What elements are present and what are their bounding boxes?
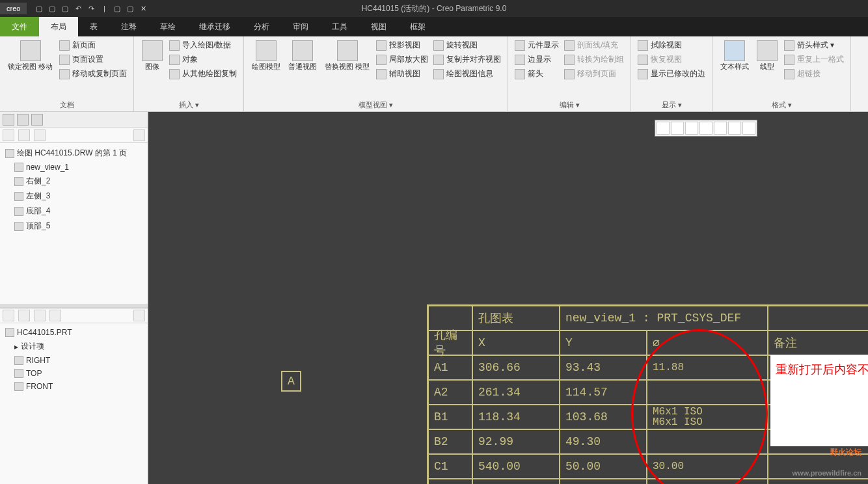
tree-item-newview1[interactable]: new_view_1 <box>3 161 145 174</box>
zoom-fit-icon[interactable] <box>657 122 670 135</box>
new-page-button[interactable]: 新页面 <box>58 39 128 51</box>
tab-view[interactable]: 视图 <box>359 17 398 36</box>
mtree-icon-3[interactable] <box>34 310 46 321</box>
th: new_view_1 : PRT_CSYS_DEF <box>560 306 768 330</box>
tree-item-bottom4[interactable]: 底部_4 <box>3 204 145 219</box>
group-label-format: 格式 ▾ <box>718 99 845 110</box>
zoom-out-icon[interactable] <box>685 122 698 135</box>
group-label-insert: 插入 ▾ <box>139 99 238 110</box>
tab-review[interactable]: 审阅 <box>281 17 320 36</box>
sidebar-tab-3[interactable] <box>31 114 43 126</box>
model-tree: HC441015.PRT ▸ 设计项 RIGHT TOP FRONT <box>0 323 148 484</box>
aux-view-button[interactable]: 辅助视图 <box>375 68 429 80</box>
tab-layout[interactable]: 布局 <box>39 17 78 36</box>
watermark: 野火论坛 www.proewildfire.cn <box>792 438 861 480</box>
th: 孔图表 <box>472 306 560 330</box>
replace-view-model-button[interactable]: 替换视图 模型 <box>322 39 372 72</box>
tab-table[interactable]: 表 <box>78 17 109 36</box>
tree-item-left3[interactable]: 左侧_3 <box>3 189 145 204</box>
tree-item-right2[interactable]: 右侧_2 <box>3 174 145 189</box>
component-display-button[interactable]: 元件显示 <box>513 39 560 51</box>
th: 备注 <box>768 330 868 355</box>
group-label-doc: 文档 <box>5 99 128 110</box>
open-icon[interactable]: ▢ <box>46 3 58 14</box>
general-view-button[interactable]: 普通视图 <box>286 39 319 72</box>
undo-icon[interactable]: ↶ <box>72 3 84 14</box>
menubar: 文件 布局 表 注释 草绘 继承迁移 分析 审阅 工具 视图 框架 <box>0 17 868 36</box>
arrow-style-button[interactable]: 箭头样式 ▾ <box>783 39 845 51</box>
copy-from-drawing-button[interactable]: 从其他绘图复制 <box>168 68 238 80</box>
copy-align-view-button[interactable]: 复制并对齐视图 <box>432 53 502 66</box>
mtree-icon-4[interactable] <box>49 310 61 321</box>
view-info-button[interactable]: 绘图视图信息 <box>432 68 502 80</box>
move-copy-page-button[interactable]: 移动或复制页面 <box>58 68 128 80</box>
mtree-settings-icon[interactable] <box>133 310 145 321</box>
tree-item-top5[interactable]: 顶部_5 <box>3 219 145 234</box>
tree-item-right[interactable]: RIGHT <box>3 354 145 367</box>
quick-access-toolbar: ▢ ▢ ▢ ↶ ↷ | ▢ ▢ ✕ <box>29 3 153 14</box>
show-modified-edges-button[interactable]: 显示已修改的边 <box>636 68 707 80</box>
regen-icon[interactable]: ▢ <box>111 3 123 14</box>
tree-item-design[interactable]: ▸ 设计项 <box>3 339 145 354</box>
repaint-icon[interactable] <box>714 122 727 135</box>
tree-collapse-icon[interactable] <box>18 129 30 141</box>
edge-display-button[interactable]: 边显示 <box>513 53 560 66</box>
image-button[interactable]: 图像 <box>139 39 165 72</box>
lock-view-move-button[interactable]: 锁定视图 移动 <box>5 39 55 72</box>
style-icon[interactable] <box>728 122 741 135</box>
page-setup-button[interactable]: 页面设置 <box>58 53 128 66</box>
tree-filter-icon[interactable] <box>34 129 46 141</box>
arrow-button[interactable]: 箭头 <box>513 68 560 80</box>
tree-root-drawing[interactable]: 绘图 HC441015.DRW 的第 1 页 <box>3 146 145 161</box>
drawing-tree: 绘图 HC441015.DRW 的第 1 页 new_view_1 右侧_2 左… <box>0 143 148 304</box>
tab-inherit[interactable]: 继承迁移 <box>187 17 242 36</box>
app-logo: creo <box>0 3 27 14</box>
text-style-button[interactable]: 文本样式 <box>718 39 752 72</box>
th: 孔编号 <box>428 330 472 355</box>
annotation-text: 重新打开后内容不对 <box>770 355 868 446</box>
rotate-view-button[interactable]: 旋转视图 <box>432 39 502 51</box>
redo-icon[interactable]: ↷ <box>85 3 97 14</box>
object-button[interactable]: 对象 <box>168 53 238 66</box>
mtree-icon-2[interactable] <box>18 310 30 321</box>
erase-view-button[interactable]: 拭除视图 <box>636 39 707 51</box>
zoom-in-icon[interactable] <box>671 122 684 135</box>
pan-icon[interactable] <box>699 122 712 135</box>
projection-view-button[interactable]: 投影视图 <box>375 39 429 51</box>
close-icon[interactable]: ✕ <box>137 3 149 14</box>
tab-frame[interactable]: 框架 <box>398 17 437 36</box>
th <box>768 306 868 330</box>
tree-settings-icon[interactable] <box>133 129 145 141</box>
model-tree-toolbar <box>0 308 148 323</box>
view-toolbar <box>655 120 757 137</box>
line-style-button[interactable]: 线型 <box>754 39 780 72</box>
import-drawing-button[interactable]: 导入绘图/数据 <box>168 39 238 51</box>
tree-expand-icon[interactable] <box>3 129 14 141</box>
detail-view-button[interactable]: 局部放大图 <box>375 53 429 66</box>
tree-item-front[interactable]: FRONT <box>3 380 145 393</box>
view-label-a[interactable]: A <box>281 371 301 392</box>
file-menu[interactable]: 文件 <box>0 17 39 36</box>
drawing-canvas[interactable]: A 孔图表new_view_1 : PRT_CSYS_DEF孔编号XY∅备注A1… <box>148 112 868 484</box>
hyperlink-button: 超链接 <box>783 68 845 80</box>
drawing-model-button[interactable]: 绘图模型 <box>249 39 283 72</box>
convert-draft-button: 转换为绘制组 <box>563 53 625 66</box>
tree-root-part[interactable]: HC441015.PRT <box>3 326 145 339</box>
sidebar-tab-2[interactable] <box>17 114 29 126</box>
layers-icon[interactable] <box>742 122 755 135</box>
window-icon[interactable]: ▢ <box>124 3 136 14</box>
tab-analysis[interactable]: 分析 <box>242 17 281 36</box>
tab-annotate[interactable]: 注释 <box>109 17 148 36</box>
save-icon[interactable]: ▢ <box>59 3 71 14</box>
hatch-fill-button: 剖面线/填充 <box>563 39 625 51</box>
sidebar-tabs <box>0 112 148 128</box>
sidebar-toolbar <box>0 128 148 143</box>
tree-item-top[interactable]: TOP <box>3 367 145 380</box>
sidebar: 绘图 HC441015.DRW 的第 1 页 new_view_1 右侧_2 左… <box>0 112 148 484</box>
tab-sketch[interactable]: 草绘 <box>148 17 187 36</box>
ribbon: 锁定视图 移动 新页面 页面设置 移动或复制页面 文档 图像 导入绘图/数据 对… <box>0 36 868 112</box>
new-icon[interactable]: ▢ <box>33 3 45 14</box>
mtree-icon-1[interactable] <box>3 310 14 321</box>
sidebar-tab-1[interactable] <box>3 114 14 126</box>
tab-tools[interactable]: 工具 <box>320 17 359 36</box>
